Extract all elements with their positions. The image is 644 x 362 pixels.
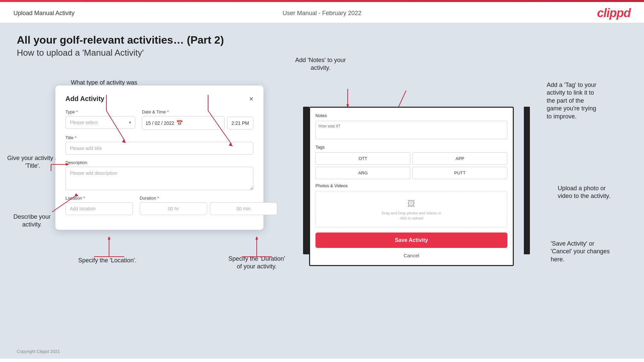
location-group: Location * [65, 196, 133, 215]
description-textarea[interactable] [65, 167, 253, 190]
date-value: 15 / 02 / 2022 [146, 120, 175, 126]
phone-screen: Notes Tags OTT APP ARG PUTT Photos & Vid… [309, 107, 514, 266]
logo-area: clippd [597, 6, 631, 20]
dialog-header: Add Activity × [65, 95, 253, 103]
annotation-title: Give your activity a 'Title'. [7, 154, 59, 170]
notes-textarea[interactable] [315, 121, 507, 139]
photo-icon: 🖼 [319, 198, 504, 209]
tag-ott[interactable]: OTT [315, 152, 410, 165]
title-label: Title * [65, 135, 253, 140]
tags-grid: OTT APP ARG PUTT [315, 152, 507, 179]
annotation-notes: Add 'Notes' to your activity. [282, 56, 359, 72]
upload-text: Drag and Drop photos and videos or click… [319, 211, 504, 221]
calendar-icon: 📅 [176, 120, 183, 126]
datetime-group: Date & Time * 15 / 02 / 2022 📅 2:21 PM [142, 109, 253, 130]
annotation-upload: Upload a photo or video to the activity. [558, 185, 640, 200]
annotation-description: Describe your activity. [6, 213, 58, 229]
tag-arg[interactable]: ARG [315, 167, 410, 179]
annotation-tags: Add a 'Tag' to your activity to link it … [547, 81, 637, 120]
annotation-save: 'Save Activity' or 'Cancel' your changes… [551, 240, 641, 263]
phone-right-bar [524, 107, 530, 254]
clippd-logo: clippd [597, 6, 631, 20]
duration-label: Duration * [140, 196, 277, 201]
title-input[interactable] [65, 142, 253, 155]
phone-left-bar [303, 107, 309, 254]
duration-inputs [140, 202, 277, 215]
date-input[interactable]: 15 / 02 / 2022 📅 [142, 116, 225, 130]
svg-marker-13 [108, 236, 110, 240]
time-value: 2:21 PM [232, 120, 249, 126]
save-activity-button[interactable]: Save Activity [315, 232, 507, 248]
tag-putt[interactable]: PUTT [412, 167, 507, 179]
page-title: Upload Manual Activity [13, 10, 75, 17]
cancel-button[interactable]: Cancel [315, 251, 507, 260]
close-button[interactable]: × [249, 95, 253, 103]
type-select-wrapper: Please select ▾ [65, 116, 135, 129]
svg-marker-16 [255, 236, 258, 240]
duration-group: Duration * [140, 196, 277, 215]
time-input[interactable]: 2:21 PM [227, 117, 253, 130]
duration-min-input[interactable] [210, 202, 277, 215]
photos-section: Photos & Videos 🖼 Drag and Drop photos a… [315, 183, 507, 228]
location-input[interactable] [65, 202, 133, 215]
main-content: All your golf-relevant activities… (Part… [0, 23, 644, 359]
dialog-title: Add Activity [65, 95, 104, 103]
tags-section: Tags OTT APP ARG PUTT [315, 145, 507, 179]
photos-upload-box[interactable]: 🖼 Drag and Drop photos and videos or cli… [315, 191, 507, 228]
duration-hr-input[interactable] [140, 202, 207, 215]
type-datetime-row: Type * Please select ▾ Date & Time * 15 … [65, 109, 253, 130]
top-bar: Upload Manual Activity User Manual - Feb… [0, 2, 644, 23]
add-activity-dialog: Add Activity × Type * Please select ▾ Da… [55, 86, 263, 230]
section-title: All your golf-relevant activities… (Part… [17, 34, 627, 46]
manual-title: User Manual - February 2022 [283, 10, 361, 17]
copyright: Copyright Clippd 2021 [17, 349, 60, 354]
location-duration-row: Location * Duration * [65, 196, 253, 215]
date-time-group: 15 / 02 / 2022 📅 2:21 PM [142, 116, 253, 130]
notes-section-label: Notes [315, 113, 507, 118]
section-heading: All your golf-relevant activities… (Part… [17, 34, 627, 58]
type-label: Type * [65, 109, 135, 114]
tags-section-label: Tags [315, 145, 507, 150]
title-group: Title * [65, 135, 253, 155]
annotation-duration: Specify the 'Duration' of your activity. [215, 255, 299, 271]
description-label: Description [65, 160, 253, 165]
description-group: Description [65, 160, 253, 190]
type-select[interactable]: Please select [65, 116, 135, 129]
annotation-location: Specify the 'Location'. [74, 257, 141, 264]
location-label: Location * [65, 196, 133, 201]
type-group: Type * Please select ▾ [65, 109, 135, 130]
datetime-label: Date & Time * [142, 109, 253, 114]
tag-app[interactable]: APP [412, 152, 507, 165]
photos-section-label: Photos & Videos [315, 183, 507, 188]
